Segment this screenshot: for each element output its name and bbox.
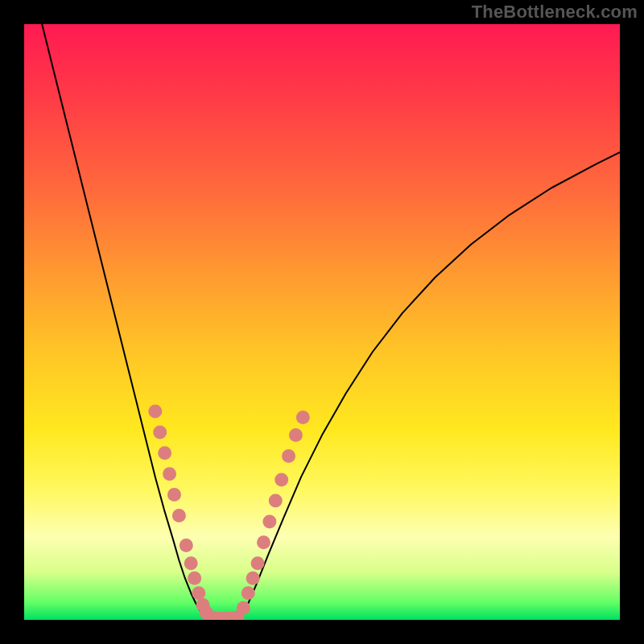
- plot-overlay: [24, 24, 620, 620]
- marker-dot: [296, 411, 310, 424]
- series-curve-left: [42, 24, 208, 619]
- marker-dot: [163, 467, 176, 481]
- curve-layer: [42, 24, 620, 619]
- marker-dot: [275, 473, 288, 487]
- marker-dot: [184, 556, 198, 570]
- chart-frame: TheBottleneck.com: [0, 0, 644, 644]
- marker-dot: [158, 446, 171, 460]
- marker-dot: [237, 601, 250, 615]
- marker-dot: [262, 514, 276, 528]
- marker-dot: [188, 572, 201, 585]
- marker-dot: [192, 586, 205, 600]
- marker-dot: [282, 449, 295, 463]
- marker-dot: [172, 509, 186, 522]
- marker-dot: [167, 488, 181, 502]
- marker-dot: [242, 586, 255, 600]
- marker-dot: [257, 535, 270, 549]
- marker-dot: [148, 405, 162, 419]
- marker-dot: [251, 556, 265, 570]
- marker-dot: [180, 539, 193, 552]
- plot-area: [24, 24, 620, 620]
- marker-dot: [289, 428, 303, 442]
- marker-dot: [246, 572, 260, 585]
- marker-dot: [153, 425, 167, 439]
- series-curve-right: [240, 152, 620, 618]
- watermark-text: TheBottleneck.com: [472, 2, 638, 23]
- marker-dot: [269, 494, 283, 508]
